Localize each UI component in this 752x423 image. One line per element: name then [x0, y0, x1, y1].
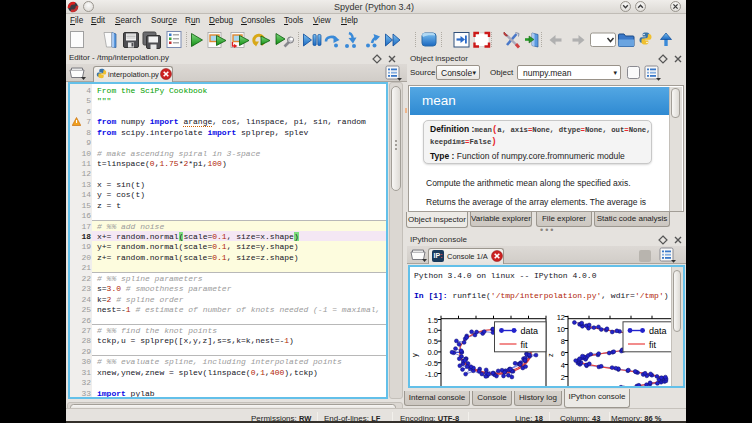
svg-text:fit: fit [649, 340, 657, 350]
svg-text:12: 12 [557, 313, 565, 322]
svg-text:y: y [410, 353, 419, 357]
svg-text:-1.0: -1.0 [425, 370, 438, 379]
svg-text:0.0: 0.0 [428, 348, 438, 357]
svg-text:8: 8 [561, 337, 565, 346]
svg-text:1.5: 1.5 [428, 316, 438, 325]
svg-text:1.0: 1.0 [428, 326, 438, 335]
svg-text:0.5: 0.5 [428, 337, 438, 346]
svg-text:z: z [546, 353, 555, 357]
svg-text:data: data [521, 326, 539, 336]
svg-text:data: data [649, 326, 667, 336]
svg-text:6: 6 [561, 349, 565, 358]
svg-text:2: 2 [561, 373, 565, 382]
svg-text:10: 10 [557, 325, 565, 334]
svg-text:fit: fit [521, 340, 529, 350]
svg-text:4: 4 [561, 361, 565, 370]
svg-text:-0.5: -0.5 [425, 359, 438, 368]
